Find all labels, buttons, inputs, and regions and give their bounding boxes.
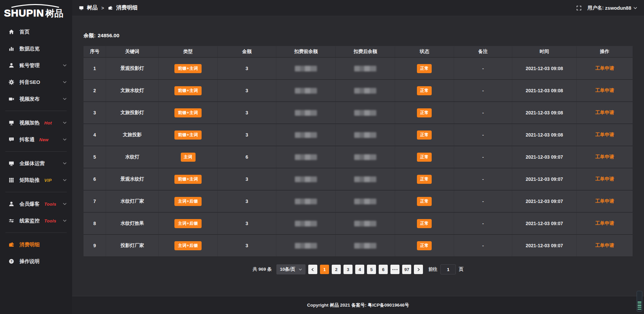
cell-action: 工单申请 [577, 146, 633, 168]
goto-page-input[interactable] [440, 264, 456, 274]
time-text: 2021-12-03 09:08 [526, 88, 563, 93]
cell-index: 1 [84, 57, 106, 80]
page-button-4[interactable]: 4 [355, 265, 364, 274]
cell-keyword: 文旅投影灯 [106, 102, 159, 124]
time-text: 2021-12-03 09:07 [526, 221, 563, 226]
more-pages-button[interactable] [390, 265, 399, 274]
table-row: 5水纹灯主词6正常-2021-12-03 09:07工单申请 [84, 146, 633, 168]
cell-action: 工单申请 [577, 168, 633, 190]
cell-type: 主词+后缀 [159, 190, 217, 212]
cell-keyword: 水纹灯 [106, 146, 159, 168]
sidebar-item-matrix-boost[interactable]: 矩阵助推VIP [0, 172, 72, 189]
redacted-balance-before [295, 176, 317, 182]
goto-unit: 页 [459, 266, 464, 272]
page-size-select[interactable]: 10条/页 [276, 264, 306, 274]
remark-text: - [482, 199, 484, 204]
cell-time: 2021-12-03 09:08 [512, 80, 577, 102]
work-order-link[interactable]: 工单申请 [595, 220, 614, 226]
cell-remark: - [454, 124, 512, 146]
balance-label: 余额: [84, 33, 96, 38]
work-order-link[interactable]: 工单申请 [595, 176, 614, 181]
cell-balance-before [276, 124, 336, 146]
sidebar-item-operation-guide[interactable]: ?操作说明 [0, 253, 72, 270]
prev-page-button[interactable] [308, 265, 317, 274]
goto-page: 前往 页 [428, 264, 464, 274]
next-page-button[interactable] [414, 265, 423, 274]
cell-balance-before [276, 102, 336, 124]
redacted-balance-after [354, 243, 376, 249]
page-button-list: 12345697 [320, 265, 411, 274]
row-index: 2 [93, 88, 96, 93]
page-button-6[interactable]: 6 [379, 265, 388, 274]
chevron-down-icon [63, 64, 67, 67]
sidebar-item-label: 视频加热 [19, 120, 40, 126]
sidebar-item-label: 矩阵助推 [19, 177, 40, 184]
chevron-down-icon [63, 98, 67, 100]
table-row: 1景观投影灯前缀+主词3正常-2021-12-03 09:08工单申请 [84, 57, 633, 80]
sidebar-item-member-booster[interactable]: 会员爆客Tools [0, 196, 72, 212]
type-badge: 主词+后缀 [174, 241, 202, 250]
page-button-1[interactable]: 1 [320, 265, 329, 274]
page-button-97[interactable]: 97 [402, 265, 411, 274]
keyword-text: 水纹灯厂家 [120, 198, 144, 204]
breadcrumb-root[interactable]: 树品 [87, 4, 98, 11]
page-button-2[interactable]: 2 [332, 265, 341, 274]
sidebar-item-douyin-seo[interactable]: 抖音SEO [0, 74, 72, 91]
user-icon [8, 62, 15, 69]
keyword-text: 文旅投影灯 [120, 110, 144, 115]
sidebar-item-consume-detail[interactable]: 消费明细 [0, 236, 72, 253]
scroll-indicator-stripes [638, 302, 641, 310]
cell-type: 主词+后缀 [159, 212, 217, 234]
page-button-5[interactable]: 5 [367, 265, 376, 274]
amount-value: 3 [246, 176, 248, 182]
work-order-link[interactable]: 工单申请 [595, 132, 614, 137]
fullscreen-icon[interactable] [576, 5, 582, 11]
work-order-link[interactable]: 工单申请 [595, 88, 614, 93]
cell-status: 正常 [395, 212, 454, 234]
cell-time: 2021-12-03 09:07 [512, 234, 577, 257]
status-badge: 正常 [417, 153, 432, 162]
sidebar-item-data-overview[interactable]: 数据总览 [0, 40, 72, 57]
scroll-indicator-widget[interactable] [637, 291, 642, 312]
sidebar-divider [5, 151, 67, 152]
sidebar-item-account-manage[interactable]: 账号管理 [0, 57, 72, 74]
column-header-3: 金额 [217, 46, 276, 57]
user-menu[interactable]: 用户名: zswodun88 [588, 5, 638, 11]
sidebar-item-media-operation[interactable]: 全媒体运营 [0, 155, 72, 172]
cell-amount: 3 [217, 80, 276, 102]
cell-keyword: 景观水纹灯 [106, 168, 159, 190]
row-index: 5 [93, 154, 96, 160]
page-footer: Copyright 树品 2021 备案号: 粤ICP备09019646号 [72, 296, 644, 314]
sidebar-item-tag: Tools [44, 202, 56, 207]
work-order-link[interactable]: 工单申请 [595, 65, 614, 71]
cell-keyword: 水纹灯效果 [106, 212, 159, 234]
time-text: 2021-12-03 09:07 [526, 154, 563, 160]
column-header-4: 扣费前余额 [276, 46, 336, 57]
sidebar-item-douketong[interactable]: 抖客通New [0, 131, 72, 148]
cell-time: 2021-12-03 09:07 [512, 168, 577, 190]
work-order-link[interactable]: 工单申请 [595, 243, 614, 248]
work-order-link[interactable]: 工单申请 [595, 198, 614, 204]
cell-action: 工单申请 [577, 124, 633, 146]
sidebar-item-video-heat[interactable]: 视频加热Hot [0, 114, 72, 131]
sidebar-item-video-publish[interactable]: 视频发布 [0, 91, 72, 107]
cell-balance-after [336, 80, 395, 102]
work-order-link[interactable]: 工单申请 [595, 154, 614, 159]
table-row: 7水纹灯厂家主词+后缀3正常-2021-12-03 09:07工单申请 [84, 190, 633, 212]
sidebar-item-label: 视频发布 [19, 96, 40, 102]
redacted-balance-before [295, 154, 317, 160]
breadcrumb-page-icon [108, 5, 113, 10]
work-order-link[interactable]: 工单申请 [595, 110, 614, 115]
page-button-3[interactable]: 3 [343, 265, 353, 274]
type-badge: 主词+后缀 [174, 197, 202, 206]
cell-amount: 6 [217, 146, 276, 168]
sidebar-item-home[interactable]: 首页 [0, 23, 72, 40]
time-text: 2021-12-03 09:08 [526, 66, 563, 71]
time-text: 2021-12-03 09:07 [526, 243, 563, 248]
amount-value: 3 [246, 243, 248, 248]
redacted-balance-before [295, 243, 317, 249]
cell-status: 正常 [395, 124, 454, 146]
wallet-icon [8, 241, 15, 248]
redacted-balance-before [295, 88, 317, 94]
sidebar-item-lead-monitor[interactable]: 线索监控Tools [0, 212, 72, 229]
